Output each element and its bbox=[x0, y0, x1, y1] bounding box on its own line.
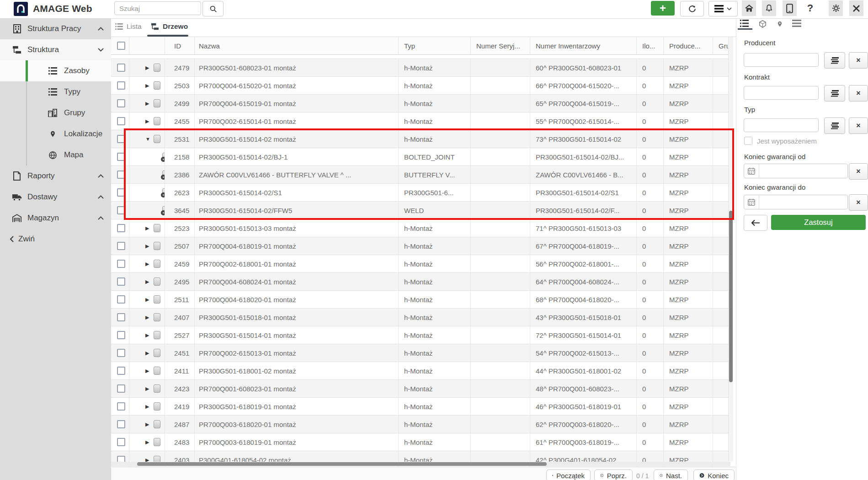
producent-clear-button[interactable]: × bbox=[849, 52, 868, 69]
expand-caret-icon[interactable]: ▶ bbox=[145, 261, 151, 267]
row-checkbox[interactable] bbox=[117, 171, 125, 179]
row-checkbox[interactable] bbox=[117, 331, 125, 339]
table-row[interactable]: ▶2479PR300G501-608023-01 montażh-Montaż6… bbox=[111, 59, 728, 77]
producent-input[interactable] bbox=[744, 53, 819, 67]
pagination-first-button[interactable]: Początek bbox=[546, 469, 591, 480]
table-row[interactable]: 2623PR300G501-615014-02/S1PR300G501-6...… bbox=[111, 184, 728, 202]
pagination-next-button[interactable]: Nast. bbox=[654, 469, 688, 480]
expand-caret-icon[interactable]: ▶ bbox=[145, 368, 151, 374]
sidebar-item-struktura[interactable]: Struktura bbox=[0, 39, 111, 60]
row-checkbox[interactable] bbox=[117, 81, 125, 90]
typ-clear-button[interactable]: × bbox=[849, 117, 868, 134]
table-row[interactable]: 2158PR300G501-615014-02/BJ-1BOLTED_JOINT… bbox=[111, 148, 728, 166]
row-checkbox[interactable] bbox=[117, 367, 125, 375]
table-row[interactable]: ▶2499PR700Q004-615019-01 montażh-Montaż6… bbox=[111, 95, 728, 112]
expand-caret-icon[interactable]: ▶ bbox=[145, 350, 151, 356]
collapse-caret-icon[interactable]: ▼ bbox=[145, 136, 151, 142]
expand-caret-icon[interactable]: ▶ bbox=[145, 101, 151, 107]
home-button[interactable] bbox=[742, 0, 756, 16]
expand-caret-icon[interactable]: ▶ bbox=[145, 297, 151, 303]
row-checkbox[interactable] bbox=[117, 224, 125, 232]
settings-button[interactable] bbox=[829, 0, 843, 16]
row-checkbox[interactable] bbox=[117, 117, 125, 125]
expand-caret-icon[interactable]: ▶ bbox=[145, 118, 151, 124]
table-row[interactable]: 3645PR300G501-615014-02/FFW5WELDPR300G50… bbox=[111, 202, 728, 219]
table-row[interactable]: 2386ZAWÓR C00VLV61466 - BUTTERFLY VALVE … bbox=[111, 166, 728, 184]
column-header-numer-seryjny[interactable]: Numer Seryj... bbox=[471, 37, 530, 54]
horizontal-scrollbar-thumb[interactable] bbox=[137, 462, 547, 466]
kontrakt-picker-button[interactable] bbox=[824, 85, 845, 101]
expand-caret-icon[interactable]: ▶ bbox=[145, 315, 151, 320]
sidebar-item-struktura-pracy[interactable]: Struktura Pracy bbox=[0, 18, 111, 39]
table-row[interactable]: ▶2503PR700Q004-615020-01 montażh-Montaż6… bbox=[111, 77, 728, 95]
column-header-numer-inwentarzowy[interactable]: Numer Inwentarzowy bbox=[530, 37, 637, 54]
sidebar-item-typy[interactable]: Typy bbox=[0, 81, 111, 102]
select-all-checkbox[interactable] bbox=[117, 42, 125, 50]
refresh-button[interactable] bbox=[680, 1, 704, 16]
expand-caret-icon[interactable]: ▶ bbox=[145, 65, 151, 71]
filters-back-button[interactable] bbox=[744, 215, 767, 231]
table-horizontal-scrollbar[interactable] bbox=[111, 462, 730, 466]
expand-caret-icon[interactable]: ▶ bbox=[145, 386, 151, 392]
sidebar-item-magazyn[interactable]: Magazyn bbox=[0, 208, 111, 229]
kontrakt-clear-button[interactable]: × bbox=[849, 85, 868, 101]
sidebar-item-lokalizacje[interactable]: Lokalizacje bbox=[0, 123, 111, 144]
row-checkbox[interactable] bbox=[117, 206, 125, 214]
warranty-to-clear-button[interactable]: × bbox=[849, 194, 868, 211]
column-header-producent[interactable]: Produce... bbox=[664, 37, 713, 54]
row-checkbox[interactable] bbox=[117, 188, 125, 197]
table-row[interactable]: ▶2495PR700Q004-608024-01 montażh-Montaż6… bbox=[111, 273, 728, 291]
add-button[interactable]: + bbox=[651, 1, 675, 16]
table-row[interactable]: ▶2423PR700Q001-608023-01 montażh-Montaż4… bbox=[111, 380, 728, 398]
table-row[interactable]: ▶2455PR700Q002-615014-01 montażh-Montaż5… bbox=[111, 112, 728, 130]
expand-caret-icon[interactable]: ▶ bbox=[145, 439, 151, 445]
sidebar-item-dostawy[interactable]: Dostawy bbox=[0, 187, 111, 208]
row-checkbox[interactable] bbox=[117, 99, 125, 107]
table-vertical-scrollbar[interactable] bbox=[728, 37, 733, 461]
warranty-to-input[interactable] bbox=[744, 195, 848, 209]
expand-caret-icon[interactable]: ▶ bbox=[145, 83, 151, 89]
expand-caret-icon[interactable]: ▶ bbox=[145, 279, 151, 285]
panel-tab-package[interactable] bbox=[758, 20, 767, 28]
producent-picker-button[interactable] bbox=[824, 52, 845, 69]
table-row[interactable]: ▶2419PR300G501-618019-01 montażh-Montaż4… bbox=[111, 398, 728, 416]
typ-picker-button[interactable] bbox=[824, 117, 845, 134]
row-checkbox[interactable] bbox=[117, 64, 125, 72]
table-row[interactable]: ▶2411PR300G501-618001-02 montażh-Montaż4… bbox=[111, 362, 728, 380]
warranty-from-clear-button[interactable]: × bbox=[849, 163, 868, 180]
pagination-last-button[interactable]: Koniec bbox=[693, 469, 735, 480]
row-checkbox[interactable] bbox=[117, 349, 125, 357]
table-row[interactable]: ▶2523PR300G501-615013-03 montażh-Montaż7… bbox=[111, 219, 728, 237]
row-checkbox[interactable] bbox=[117, 420, 125, 428]
equipment-checkbox[interactable] bbox=[744, 137, 752, 145]
sidebar-item-grupy[interactable]: Grupy bbox=[0, 102, 111, 123]
table-row[interactable]: ▶2511PR700Q004-618020-01 montażh-Montaż6… bbox=[111, 291, 728, 309]
pagination-prev-button[interactable]: Poprz. bbox=[594, 469, 633, 480]
table-row[interactable]: ▶2407PR300G501-615018-01 montażh-Montaż4… bbox=[111, 309, 728, 326]
panel-tab-list[interactable] bbox=[740, 20, 749, 27]
expand-caret-icon[interactable]: ▶ bbox=[145, 404, 151, 410]
table-row[interactable]: ▶2459PR700Q002-618001-01 montażh-Montaż5… bbox=[111, 255, 728, 273]
column-header-grupa[interactable]: Gru bbox=[713, 37, 728, 54]
row-checkbox[interactable] bbox=[117, 313, 125, 321]
row-checkbox[interactable] bbox=[117, 277, 125, 286]
mobile-button[interactable] bbox=[783, 0, 797, 16]
expand-caret-icon[interactable]: ▶ bbox=[145, 421, 151, 427]
row-checkbox[interactable] bbox=[117, 153, 125, 161]
sidebar-item-zasoby[interactable]: Zasoby bbox=[0, 60, 111, 81]
help-button[interactable]: ? bbox=[803, 0, 817, 16]
row-checkbox[interactable] bbox=[117, 402, 125, 411]
row-checkbox[interactable] bbox=[117, 295, 125, 304]
main-menu-button[interactable] bbox=[708, 1, 738, 16]
panel-tab-location[interactable] bbox=[777, 20, 783, 28]
warranty-from-input[interactable] bbox=[744, 164, 848, 178]
row-checkbox[interactable] bbox=[117, 438, 125, 446]
apply-filters-button[interactable]: Zastosuj bbox=[771, 215, 866, 230]
expand-caret-icon[interactable]: ▶ bbox=[145, 332, 151, 338]
sidebar-collapse-button[interactable]: Zwiń bbox=[0, 229, 111, 250]
table-row[interactable]: ▶2507PR700Q004-618019-01 montażh-Montaż6… bbox=[111, 237, 728, 255]
kontrakt-input[interactable] bbox=[744, 86, 819, 100]
column-header-id[interactable]: ID bbox=[165, 37, 195, 54]
table-row[interactable]: ▶2483PR700Q003-618019-01 montażh-Montaż6… bbox=[111, 433, 728, 451]
table-row[interactable]: ▶2527PR300G501-615014-01 montażh-Montaż7… bbox=[111, 326, 728, 344]
